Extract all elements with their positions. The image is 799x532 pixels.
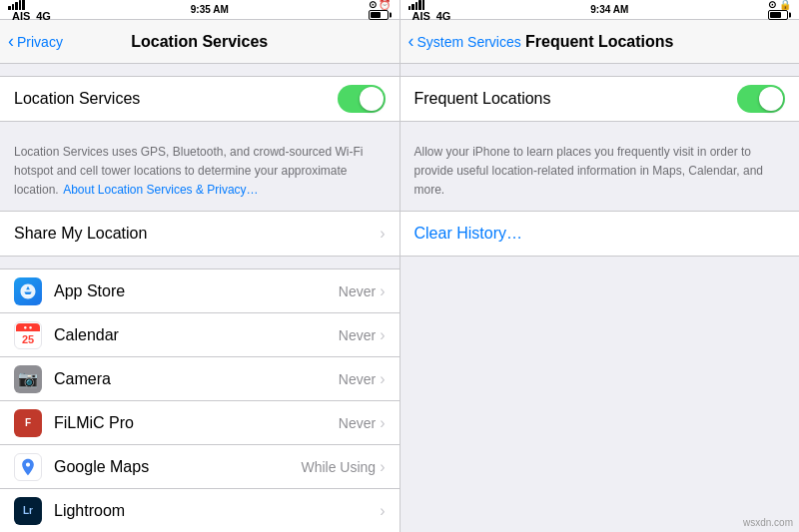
filmic-value: Never [339, 415, 376, 431]
right-content: Frequent Locations Allow your iPhone to … [400, 64, 800, 532]
app-row-calendar[interactable]: ● ● 25 Calendar Never › [0, 313, 400, 357]
googlemaps-icon [14, 453, 42, 481]
left-time: 9:35 AM [191, 4, 229, 15]
frequent-locations-label: Frequent Locations [414, 90, 738, 108]
right-signal-icon [408, 0, 451, 10]
share-chevron-icon: › [380, 225, 385, 243]
calendar-chevron-icon: › [380, 326, 385, 344]
appstore-icon [14, 277, 42, 305]
app-row-googlemaps[interactable]: Google Maps While Using › [0, 445, 400, 489]
share-location-group: Share My Location › [0, 211, 400, 257]
lightroom-chevron-icon: › [380, 502, 385, 520]
app-row-filmic[interactable]: F FiLMiC Pro Never › [0, 401, 400, 445]
lightroom-label: Lightroom [54, 502, 380, 520]
location-services-toggle[interactable] [338, 85, 386, 113]
right-back-label: System Services [417, 34, 521, 50]
location-services-row: Location Services [0, 77, 400, 121]
back-chevron-icon: ‹ [8, 31, 14, 52]
frequent-toggle-knob [759, 87, 783, 111]
camera-label: Camera [54, 370, 339, 388]
filmic-icon: F [14, 409, 42, 437]
share-my-location-label: Share My Location [14, 225, 380, 243]
clear-history-group: Clear History… [400, 211, 800, 257]
location-services-group: Location Services [0, 76, 400, 122]
back-label: Privacy [17, 34, 63, 50]
left-status-right: ⊙ ⏰ [369, 0, 392, 20]
app-row-appstore[interactable]: App Store Never › [0, 269, 400, 313]
right-screen: AIS 4G 9:34 AM ⊙ 🔒 ‹ System Services Fre… [400, 0, 800, 532]
camera-chevron-icon: › [380, 370, 385, 388]
googlemaps-value: While Using [301, 459, 376, 475]
frequent-locations-row: Frequent Locations [400, 77, 800, 121]
share-my-location-row[interactable]: Share My Location › [0, 212, 400, 256]
right-lock-icon: 🔒 [779, 0, 791, 10]
googlemaps-label: Google Maps [54, 458, 301, 476]
apps-group: App Store Never › ● ● 25 Calendar Never … [0, 268, 400, 532]
appstore-chevron-icon: › [380, 282, 385, 300]
clear-history-row[interactable]: Clear History… [400, 212, 800, 256]
appstore-value: Never [339, 283, 376, 299]
right-status-left: AIS 4G [408, 0, 451, 22]
left-status-left: AIS 4G [8, 0, 51, 22]
right-nav-title: Frequent Locations [525, 33, 673, 51]
right-back-chevron-icon: ‹ [408, 31, 414, 52]
right-nav-bar: ‹ System Services Frequent Locations [400, 20, 800, 64]
filmic-chevron-icon: › [380, 414, 385, 432]
clear-history-label: Clear History… [414, 225, 786, 243]
right-battery-icon [768, 10, 788, 20]
app-row-lightroom[interactable]: Lr Lightroom › [0, 489, 400, 532]
watermark: wsxdn.com [743, 517, 793, 528]
location-description-block: Location Services uses GPS, Bluetooth, a… [0, 134, 400, 211]
filmic-label: FiLMiC Pro [54, 414, 339, 432]
right-status-right: ⊙ 🔒 [768, 0, 791, 20]
calendar-value: Never [339, 327, 376, 343]
left-content: Location Services Location Services uses… [0, 64, 400, 532]
left-status-bar: AIS 4G 9:35 AM ⊙ ⏰ [0, 0, 400, 20]
location-services-label: Location Services [14, 90, 338, 108]
app-row-camera[interactable]: 📷 Camera Never › [0, 357, 400, 401]
frequent-description-block: Allow your iPhone to learn places you fr… [400, 134, 800, 211]
toggle-knob [360, 87, 384, 111]
right-location-icon: ⊙ [768, 0, 776, 10]
right-status-bar: AIS 4G 9:34 AM ⊙ 🔒 [400, 0, 800, 20]
left-nav-bar: ‹ Privacy Location Services [0, 20, 400, 64]
right-back-button[interactable]: ‹ System Services [408, 31, 521, 52]
frequent-description-text: Allow your iPhone to learn places you fr… [414, 145, 764, 197]
frequent-locations-toggle[interactable] [737, 85, 785, 113]
frequent-locations-group: Frequent Locations [400, 76, 800, 122]
left-screen: AIS 4G 9:35 AM ⊙ ⏰ ‹ Privacy Location Se… [0, 0, 400, 532]
googlemaps-chevron-icon: › [380, 458, 385, 476]
signal-icon [8, 0, 51, 10]
alarm-icon: ⏰ [379, 0, 391, 10]
calendar-icon: ● ● 25 [14, 321, 42, 349]
calendar-label: Calendar [54, 326, 339, 344]
location-status-icon: ⊙ [369, 0, 377, 10]
left-nav-title: Location Services [131, 33, 268, 51]
battery-icon [369, 10, 389, 20]
right-time: 9:34 AM [590, 4, 628, 15]
camera-icon: 📷 [14, 365, 42, 393]
lightroom-icon: Lr [14, 497, 42, 525]
left-back-button[interactable]: ‹ Privacy [8, 31, 63, 52]
camera-value: Never [339, 371, 376, 387]
location-link[interactable]: About Location Services & Privacy… [63, 183, 258, 197]
appstore-label: App Store [54, 282, 339, 300]
